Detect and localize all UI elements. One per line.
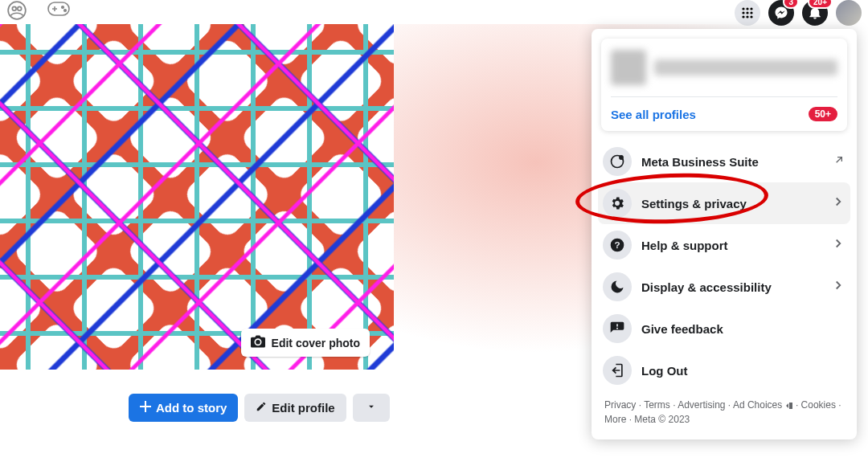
add-to-story-button[interactable]: Add to story [129,394,238,422]
dropdown-footer: Privacy · Terms · Advertising · Ad Choic… [598,391,850,433]
chevron-right-icon [831,278,845,296]
menu-label: Log Out [641,364,845,378]
menu-log-out[interactable]: Log Out [598,349,850,391]
add-to-story-label: Add to story [156,401,227,415]
svg-rect-3 [48,2,69,15]
chevron-right-icon [831,236,845,254]
edit-cover-photo-button[interactable]: Edit cover photo [241,329,370,357]
svg-point-5 [64,10,67,12]
svg-point-8 [750,7,752,10]
profile-actions: Add to story Edit profile [129,394,390,422]
menu-label: Display & accessibility [641,280,821,294]
svg-point-4 [62,6,64,9]
cover-photo[interactable] [0,24,394,370]
menu-label: Settings & privacy [641,197,821,210]
logout-icon [603,356,632,385]
svg-point-13 [746,15,748,18]
profile-preview-blurred [611,48,837,87]
chevron-down-icon [366,401,377,415]
moon-icon [603,272,632,301]
plus-icon [140,401,151,415]
edit-profile-label: Edit profile [272,401,334,415]
notifications-badge: 20+ [808,0,833,9]
groups-icon[interactable] [6,0,27,24]
footer-ad-choices[interactable]: Ad Choices [733,399,782,411]
feedback-icon [603,314,632,343]
account-avatar[interactable] [836,0,862,26]
svg-point-9 [742,11,744,14]
gear-icon [603,189,632,218]
more-actions-button[interactable] [353,394,390,422]
chevron-right-icon [831,194,845,212]
account-menu: Meta Business Suite Settings & privacy ?… [598,141,850,391]
svg-point-14 [750,15,752,18]
menu-label: Meta Business Suite [641,155,823,169]
footer-terms[interactable]: Terms [644,399,670,411]
top-bar: 3 20+ [0,0,868,22]
svg-point-22 [620,156,623,159]
footer-cookies[interactable]: Cookies [801,399,836,411]
edit-profile-button[interactable]: Edit profile [244,394,346,422]
menu-help-support[interactable]: ? Help & support [598,224,850,266]
pencil-icon [256,401,267,415]
camera-icon [251,335,265,350]
account-dropdown: See all profiles 50+ Meta Business Suite… [592,29,857,439]
footer-advertising[interactable]: Advertising [678,399,725,411]
svg-point-12 [742,15,744,18]
footer-meta: Meta © 2023 [634,414,690,425]
gaming-icon[interactable] [47,0,71,24]
svg-point-0 [8,2,26,19]
help-icon: ? [603,231,632,260]
svg-point-7 [746,7,748,10]
profiles-count-badge: 50+ [809,107,837,121]
menu-grid-icon[interactable] [735,0,760,26]
messenger-icon[interactable]: 3 [768,0,794,26]
menu-meta-business-suite[interactable]: Meta Business Suite [598,141,850,182]
svg-rect-20 [0,24,394,370]
svg-point-2 [18,6,22,10]
menu-give-feedback[interactable]: Give feedback [598,308,850,349]
cover-photo-area: Edit cover photo [0,24,394,370]
footer-privacy[interactable]: Privacy [604,399,636,411]
menu-label: Help & support [641,239,821,252]
external-link-icon [833,153,845,170]
svg-point-11 [750,11,752,14]
meta-business-icon [603,147,632,176]
svg-text:?: ? [614,239,620,250]
edit-cover-label: Edit cover photo [272,337,360,349]
menu-label: Give feedback [641,322,845,336]
see-all-profiles-link[interactable]: See all profiles [611,108,696,121]
svg-point-6 [742,7,744,10]
svg-point-10 [746,11,748,14]
footer-more[interactable]: More [604,414,626,425]
svg-point-1 [12,6,16,10]
menu-settings-privacy[interactable]: Settings & privacy [598,182,850,224]
notifications-icon[interactable]: 20+ [802,0,828,26]
profile-card[interactable]: See all profiles 50+ [601,39,847,131]
menu-display-accessibility[interactable]: Display & accessibility [598,266,850,308]
messenger-badge: 3 [783,0,799,9]
